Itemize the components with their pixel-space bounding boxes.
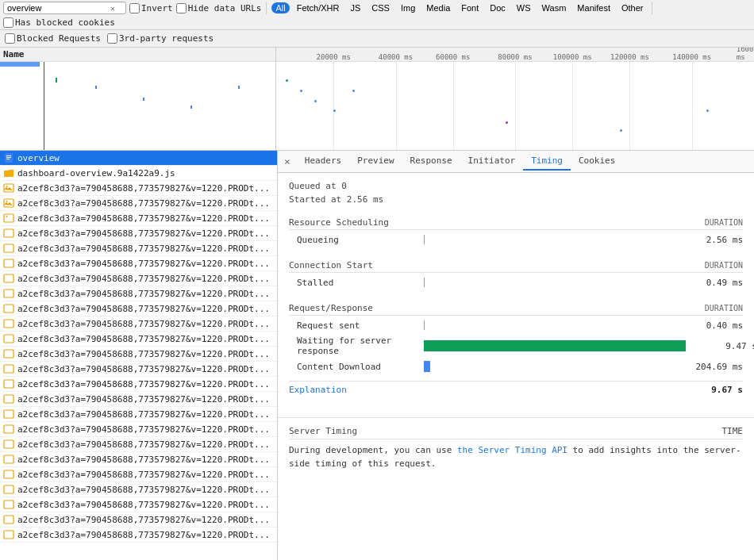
filter-manifest-btn[interactable]: Manifest: [573, 2, 614, 13]
ov-dot-3: [314, 100, 317, 102]
tick-line-4: [515, 62, 516, 151]
request-sent-row: Request sent 0.40 ms: [289, 317, 743, 333]
filter-wasm-btn[interactable]: Wasm: [538, 2, 571, 13]
tab-headers[interactable]: Headers: [297, 152, 349, 171]
tab-cookies[interactable]: Cookies: [571, 152, 623, 171]
queueing-bar-marker: [424, 235, 425, 244]
tick-line-3: [453, 62, 454, 151]
filter-doc-btn[interactable]: Doc: [486, 2, 510, 13]
list-item[interactable]: a2cef8c3d3?a=790458688,773579827&v=1220.…: [0, 256, 277, 271]
list-item[interactable]: a2cef8c3d3?a=790458688,773579827&v=1220.…: [0, 377, 277, 392]
list-item-name: a2cef8c3d3?a=790458688,773579827&v=1220.…: [17, 394, 270, 405]
waiting-value: 9.47 s: [686, 341, 754, 351]
list-item[interactable]: a2cef8c3d3?a=790458688,773579827&v=1220.…: [0, 512, 277, 527]
folder-icon: [3, 167, 14, 178]
toolbar2: Blocked Requests 3rd-party requests: [0, 30, 754, 48]
hide-data-urls-label[interactable]: Hide data URLs: [176, 3, 262, 13]
svg-rect-22: [4, 395, 13, 403]
list-item[interactable]: a2cef8c3d3?a=790458688,773579827&v=1220.…: [0, 241, 277, 256]
waiting-row: Waiting for server response 9.47 s: [289, 333, 743, 359]
name-column-header: Name: [0, 48, 275, 62]
list-item[interactable]: a2cef8c3d3?a=790458688,773579827&v=1220.…: [0, 181, 277, 196]
filter-js-btn[interactable]: JS: [347, 2, 365, 13]
server-timing-api-link[interactable]: the Server Timing API: [457, 445, 567, 455]
has-blocked-checkbox[interactable]: [3, 17, 13, 28]
filter-all-btn[interactable]: All: [271, 2, 289, 13]
img-icon: [3, 243, 14, 254]
explanation-link[interactable]: Explanation: [289, 385, 347, 395]
wf-dot-3: [143, 98, 144, 101]
img-icon: [3, 303, 14, 314]
list-item[interactable]: a2cef8c3d3?a=790458688,773579827&v=1220.…: [0, 316, 277, 332]
tick-120000: 120000 ms: [610, 53, 649, 61]
list-item[interactable]: a2cef8c3d3?a=790458688,773579827&v=1220.…: [0, 226, 277, 241]
blocked-requests-label[interactable]: Blocked Requests: [5, 33, 101, 44]
svg-point-10: [6, 216, 8, 217]
has-blocked-label[interactable]: Has blocked cookies: [3, 17, 115, 28]
list-item[interactable]: a2cef8c3d3?a=790458688,773579827&v=1220.…: [0, 467, 277, 482]
filter-img-btn[interactable]: Img: [397, 2, 419, 13]
list-item[interactable]: a2cef8c3d3?a=790458688,773579827&v=1220.…: [0, 347, 277, 362]
invert-checkbox-label[interactable]: Invert: [129, 3, 173, 13]
filter-ws-btn[interactable]: WS: [513, 2, 535, 13]
hide-data-urls-checkbox[interactable]: [176, 3, 187, 13]
tab-response[interactable]: Response: [402, 152, 460, 171]
request-response-label: Request/Response: [289, 303, 373, 313]
list-item[interactable]: a2cef8c3d3?a=790458688,773579827&v=1220.…: [0, 286, 277, 301]
tab-initiator[interactable]: Initiator: [460, 152, 524, 171]
svg-rect-25: [4, 440, 13, 448]
explanation-row: Explanation 9.67 s: [289, 381, 743, 398]
list-item-name: a2cef8c3d3?a=790458688,773579827&v=1220.…: [17, 364, 270, 374]
list-item[interactable]: a2cef8c3d3?a=790458688,773579827&v=1220.…: [0, 392, 277, 407]
img-icon: [3, 408, 14, 420]
filter-font-btn[interactable]: Font: [457, 2, 483, 13]
list-item-name: a2cef8c3d3?a=790458688,773579827&v=1220.…: [17, 244, 270, 254]
list-item[interactable]: a2cef8c3d3?a=790458688,773579827&v=1220.…: [0, 211, 277, 226]
tab-preview[interactable]: Preview: [349, 152, 402, 171]
list-item[interactable]: overview: [0, 151, 277, 166]
list-item[interactable]: a2cef8c3d3?a=790458688,773579827&v=1220.…: [0, 362, 277, 377]
connection-start-section: Connection Start DURATION Stalled 0.49 m…: [289, 259, 743, 290]
list-item[interactable]: a2cef8c3d3?a=790458688,773579827&v=1220.…: [0, 482, 277, 497]
tab-timing[interactable]: Timing: [523, 152, 571, 171]
wf-dot-5: [238, 86, 240, 89]
svg-rect-16: [4, 305, 13, 313]
has-blocked-text: Has blocked cookies: [15, 17, 115, 28]
red-line: [44, 62, 44, 151]
list-item-name: a2cef8c3d3?a=790458688,773579827&v=1220.…: [17, 530, 270, 540]
main-content: overview dashboard-overview.9a1422a9.js …: [0, 151, 754, 560]
img-icon: [3, 182, 14, 194]
list-item[interactable]: a2cef8c3d3?a=790458688,773579827&v=1220.…: [0, 271, 277, 286]
invert-checkbox[interactable]: [129, 3, 140, 13]
third-party-checkbox[interactable]: [107, 33, 117, 44]
total-value: 9.67 s: [711, 385, 743, 395]
list-item[interactable]: a2cef8c3d3?a=790458688,773579827&v=1220.…: [0, 527, 277, 543]
list-item[interactable]: a2cef8c3d3?a=790458688,773579827&v=1220.…: [0, 452, 277, 467]
list-item-name: a2cef8c3d3?a=790458688,773579827&v=1220.…: [17, 500, 270, 510]
filter-css-btn[interactable]: CSS: [367, 2, 394, 13]
stalled-bar: [424, 277, 671, 288]
list-item[interactable]: a2cef8c3d3?a=790458688,773579827&v=1220.…: [0, 437, 277, 452]
svg-rect-15: [4, 290, 13, 297]
ov-dot-8: [706, 109, 709, 112]
filter-other-btn[interactable]: Other: [617, 2, 648, 13]
list-item[interactable]: a2cef8c3d3?a=790458688,773579827&v=1220.…: [0, 407, 277, 422]
list-item[interactable]: a2cef8c3d3?a=790458688,773579827&v=1220.…: [0, 422, 277, 437]
stalled-value: 0.49 ms: [671, 278, 743, 288]
list-item[interactable]: a2cef8c3d3?a=790458688,773579827&v=1220.…: [0, 497, 277, 512]
third-party-label[interactable]: 3rd-party requests: [107, 33, 214, 44]
tick-140000: 140000 ms: [672, 53, 711, 61]
blocked-requests-checkbox[interactable]: [5, 33, 15, 44]
list-item-name: a2cef8c3d3?a=790458688,773579827&v=1220.…: [17, 259, 270, 269]
search-input[interactable]: [7, 3, 110, 13]
list-item[interactable]: a2cef8c3d3?a=790458688,773579827&v=1220.…: [0, 301, 277, 316]
list-item[interactable]: a2cef8c3d3?a=790458688,773579827&v=1220.…: [0, 332, 277, 347]
img-icon: [3, 529, 14, 540]
filter-fetch-xhr-btn[interactable]: Fetch/XHR: [293, 2, 344, 13]
content-download-bar: [424, 361, 671, 372]
list-item[interactable]: dashboard-overview.9a1422a9.js: [0, 166, 277, 181]
list-item[interactable]: a2cef8c3d3?a=790458688,773579827&v=1220.…: [0, 196, 277, 211]
search-clear-icon[interactable]: ✕: [110, 4, 115, 13]
filter-media-btn[interactable]: Media: [422, 2, 454, 13]
close-tab-btn[interactable]: ×: [278, 152, 297, 171]
